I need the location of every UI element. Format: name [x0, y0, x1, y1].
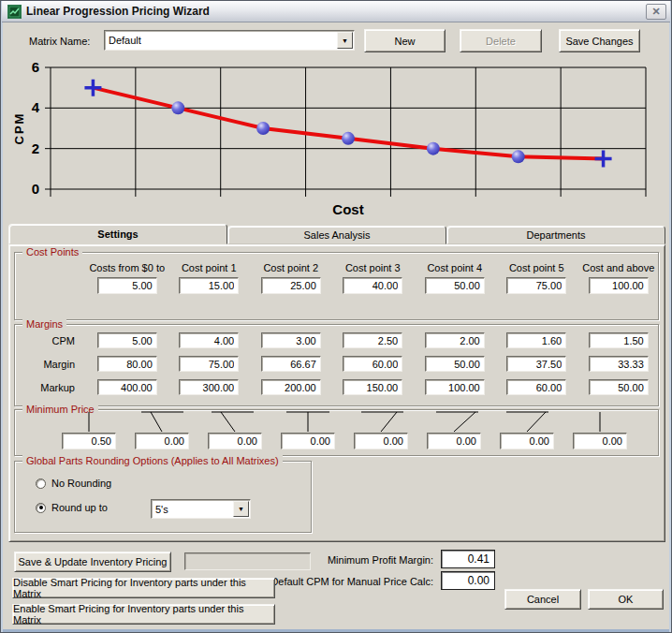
cpm-field[interactable] [589, 332, 649, 348]
cost-col-header: Cost point 5 [496, 262, 578, 273]
round-increment-select[interactable]: 5's ▼ [151, 499, 251, 519]
new-button[interactable]: New [364, 29, 446, 52]
tab-strip: Settings Sales Analysis Departments [8, 224, 665, 244]
cpm-field[interactable] [261, 332, 321, 348]
disable-smart-pricing-button[interactable]: Disable Smart Pricing for Inventory part… [12, 578, 275, 598]
cost-points-inputs [86, 277, 660, 294]
cost-point-field[interactable] [97, 277, 157, 294]
margin-field[interactable] [97, 356, 157, 372]
cost-point-field[interactable] [343, 277, 402, 294]
svg-text:6: 6 [32, 59, 39, 75]
margin-field[interactable] [343, 356, 402, 372]
round-increment-value: 5's [152, 504, 232, 515]
cost-point-field[interactable] [261, 277, 321, 294]
minimum-price-field[interactable] [573, 433, 627, 449]
cancel-button[interactable]: Cancel [504, 589, 581, 610]
minimum-price-field[interactable] [500, 433, 554, 449]
markup-field[interactable] [261, 379, 321, 395]
minimum-price-field[interactable] [62, 433, 116, 449]
save-update-inventory-button[interactable]: Save & Update Inventory Pricing [14, 552, 171, 572]
minimum-profit-margin-label: Minimum Profit Margin: [282, 554, 433, 566]
minimum-price-field[interactable] [427, 433, 481, 449]
row-label-cpm: CPM [52, 335, 86, 346]
cost-point-field[interactable] [589, 277, 649, 294]
cost-col-header: Cost point 1 [168, 262, 251, 273]
chevron-down-icon[interactable]: ▼ [337, 32, 353, 49]
cost-col-header: Cost and above [577, 262, 660, 273]
cost-col-header: Cost point 3 [332, 262, 415, 273]
cost-col-header: Cost point 4 [414, 262, 496, 273]
minimum-price-inputs [52, 433, 636, 449]
markup-row: Markup [15, 379, 658, 395]
row-label-markup: Markup [40, 382, 86, 393]
no-rounding-label: No Rounding [51, 478, 111, 489]
rounding-options-title: Global Parts Rounding Options (Applies t… [22, 455, 283, 466]
markup-field[interactable] [506, 379, 566, 395]
round-up-to-label: Round up to [51, 502, 108, 513]
minimum-price-field[interactable] [208, 433, 262, 449]
rounding-options-group: Global Parts Rounding Options (Applies t… [14, 461, 312, 533]
enable-smart-pricing-button[interactable]: Enable Smart Pricing for Inventory parts… [12, 604, 275, 625]
cost-points-title: Cost Points [22, 246, 82, 258]
margin-field[interactable] [261, 356, 321, 372]
markup-field[interactable] [179, 379, 239, 395]
save-changes-button[interactable]: Save Changes [559, 29, 640, 52]
radio-icon [36, 478, 46, 489]
close-button[interactable]: ✕ [646, 4, 666, 20]
cpm-field[interactable] [506, 332, 566, 348]
connector-lines [15, 411, 660, 433]
markup-field[interactable] [343, 379, 402, 395]
app-icon [7, 5, 22, 19]
margins-group: Margins CPM Margin Markup [14, 324, 659, 406]
markup-field[interactable] [425, 379, 485, 395]
markup-field[interactable] [97, 379, 157, 395]
cpm-field[interactable] [179, 332, 239, 348]
cost-point-field[interactable] [179, 277, 239, 294]
tab-departments[interactable]: Departments [446, 226, 665, 244]
minimum-price-field[interactable] [354, 433, 408, 449]
margin-field[interactable] [425, 356, 485, 372]
cpm-field[interactable] [343, 332, 402, 348]
minimum-price-field[interactable] [135, 433, 189, 449]
markup-field[interactable] [589, 379, 649, 395]
default-cpm-label: Default CPM for Manual Price Calc: [268, 576, 433, 587]
cpm-field[interactable] [97, 332, 157, 348]
margin-row: Margin [15, 356, 658, 372]
ok-button[interactable]: OK [588, 589, 664, 610]
round-up-to-radio[interactable]: Round up to [36, 502, 108, 513]
minimum-price-group: Minimum Price [14, 409, 659, 456]
window-title: Linear Progression Pricing Wizard [26, 5, 646, 18]
margins-title: Margins [22, 318, 66, 330]
svg-text:Cost: Cost [332, 201, 363, 217]
svg-text:0: 0 [32, 181, 39, 197]
pricing-wizard-window: Linear Progression Pricing Wizard ✕ Matr… [0, 0, 672, 633]
cost-point-field[interactable] [506, 277, 566, 294]
svg-text:2: 2 [32, 140, 39, 156]
matrix-name-select[interactable]: Default ▼ [104, 30, 355, 51]
delete-button[interactable]: Delete [460, 29, 542, 52]
tab-settings[interactable]: Settings [8, 224, 227, 244]
margin-field[interactable] [589, 356, 649, 372]
cost-point-field[interactable] [425, 277, 485, 294]
radio-selected-icon [36, 503, 46, 513]
cpm-row: CPM [15, 332, 658, 348]
svg-text:4: 4 [32, 99, 40, 115]
cost-points-group: Cost Points Costs from $0 to Cost point … [14, 252, 659, 320]
row-label-margin: Margin [43, 359, 86, 370]
svg-text:CPM: CPM [12, 112, 26, 145]
cpm-chart: 0246CPMCost [8, 56, 665, 222]
matrix-name-value: Default [105, 35, 336, 46]
cpm-field[interactable] [425, 332, 485, 348]
margin-field[interactable] [179, 356, 239, 372]
minimum-profit-margin-input[interactable] [441, 550, 495, 568]
default-cpm-input[interactable] [441, 571, 495, 590]
margin-field[interactable] [506, 356, 566, 372]
cost-col-header: Costs from $0 to [86, 262, 168, 273]
chevron-down-icon[interactable]: ▼ [233, 501, 249, 517]
no-rounding-radio[interactable]: No Rounding [36, 478, 111, 489]
minimum-price-field[interactable] [281, 433, 335, 449]
cost-points-headers: Costs from $0 to Cost point 1 Cost point… [86, 262, 660, 273]
matrix-name-label: Matrix Name: [29, 36, 90, 47]
cost-col-header: Cost point 2 [250, 262, 332, 273]
tab-sales-analysis[interactable]: Sales Analysis [227, 226, 446, 244]
